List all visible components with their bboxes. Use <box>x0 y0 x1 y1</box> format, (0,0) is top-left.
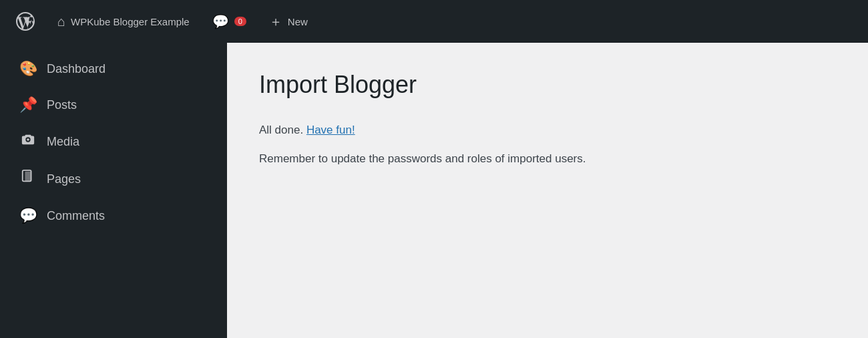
sidebar-item-comments[interactable]: 💬 Comments <box>0 198 227 234</box>
sidebar-label-pages: Pages <box>47 172 81 186</box>
sidebar-label-dashboard: Dashboard <box>47 62 105 76</box>
content-area: Import Blogger All done. Have fun! Remem… <box>227 43 868 338</box>
new-content-button[interactable]: ＋ New <box>264 12 313 31</box>
sidebar-item-media[interactable]: Media <box>0 123 227 160</box>
sidebar-item-dashboard[interactable]: 🎨 Dashboard <box>0 51 227 87</box>
sidebar: 🎨 Dashboard 📌 Posts Media Pages <box>0 43 227 338</box>
sidebar-label-posts: Posts <box>47 98 77 112</box>
page-icon <box>19 170 37 188</box>
sidebar-label-comments: Comments <box>47 209 105 223</box>
comments-count: 0 <box>234 17 246 26</box>
sidebar-item-pages[interactable]: Pages <box>0 160 227 198</box>
camera-icon <box>19 132 37 151</box>
pin-icon: 📌 <box>19 96 37 114</box>
wp-logo-button[interactable] <box>11 9 40 33</box>
comment-bubble-icon: 💬 <box>19 207 37 224</box>
sidebar-label-media: Media <box>47 135 79 149</box>
site-name-button[interactable]: ⌂ WPKube Blogger Example <box>52 12 195 31</box>
page-title: Import Blogger <box>259 69 836 101</box>
main-layout: 🎨 Dashboard 📌 Posts Media Pages <box>0 43 868 338</box>
all-done-prefix: All done. <box>259 124 306 136</box>
home-icon: ⌂ <box>57 15 65 28</box>
comment-icon: 💬 <box>212 15 229 28</box>
sidebar-item-posts[interactable]: 📌 Posts <box>0 87 227 123</box>
palette-icon: 🎨 <box>19 60 37 77</box>
site-title-label: WPKube Blogger Example <box>71 16 190 27</box>
all-done-text: All done. Have fun! <box>259 121 836 139</box>
plus-icon: ＋ <box>269 15 282 28</box>
reminder-text: Remember to update the passwords and rol… <box>259 150 836 168</box>
comments-button[interactable]: 💬 0 <box>207 12 252 31</box>
svg-rect-1 <box>25 172 31 182</box>
new-label: New <box>288 16 308 27</box>
have-fun-link[interactable]: Have fun! <box>306 124 355 136</box>
admin-bar: ⌂ WPKube Blogger Example 💬 0 ＋ New <box>0 0 868 43</box>
